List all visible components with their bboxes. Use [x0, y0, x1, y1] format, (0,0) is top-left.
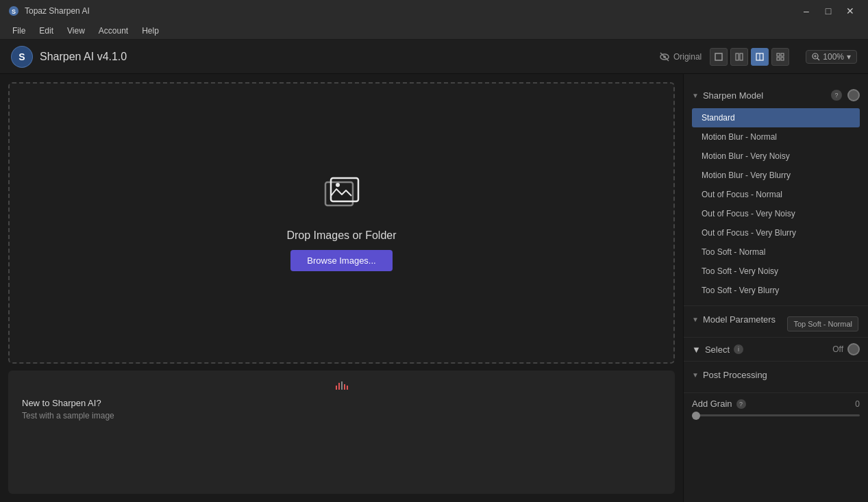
svg-rect-12 [777, 53, 780, 56]
maximize-button[interactable]: □ [819, 1, 838, 21]
svg-point-22 [336, 183, 340, 187]
model-item-out-of-focus-very-noisy[interactable]: Out of Focus - Very Noisy [692, 204, 860, 223]
canvas-area: Drop Images or Folder Browse Images... N… [0, 74, 683, 502]
drop-icon [320, 175, 364, 221]
select-toggle[interactable] [847, 343, 860, 355]
model-item-motion-blur-very-noisy[interactable]: Motion Blur - Very Noisy [692, 147, 860, 166]
select-section: ▼ Select i Off [684, 337, 868, 361]
menu-view[interactable]: View [60, 22, 92, 39]
model-item-motion-blur-very-blurry[interactable]: Motion Blur - Very Blurry [692, 166, 860, 185]
view-grid-button[interactable] [771, 48, 789, 66]
select-chevron: ▼ [692, 344, 701, 355]
post-processing-section: ▼ Post Processing [684, 361, 868, 392]
model-item-motion-blur-normal[interactable]: Motion Blur - Normal [692, 127, 860, 147]
svg-rect-9 [740, 53, 743, 60]
select-title: Select [705, 344, 730, 355]
model-item-standard[interactable]: Standard [692, 108, 860, 127]
svg-line-17 [817, 58, 819, 60]
svg-rect-8 [736, 53, 739, 60]
select-info-icon[interactable]: i [734, 344, 743, 354]
model-params-chevron: ▼ [692, 316, 699, 323]
zoom-icon [812, 53, 820, 61]
top-soft-normal-label: Top Soft - Normal [787, 316, 858, 331]
add-grain-info-icon[interactable]: ? [736, 399, 746, 409]
post-processing-title: Post Processing [703, 370, 767, 380]
view-toggle-group: Original [654, 48, 789, 66]
audio-icon [331, 379, 353, 395]
eye-icon [660, 52, 669, 62]
sharpen-model-header[interactable]: ▼ Sharpen Model ? [692, 86, 860, 104]
model-item-too-soft-very-noisy[interactable]: Too Soft - Very Noisy [692, 262, 860, 281]
menu-edit[interactable]: Edit [32, 22, 60, 39]
zoom-control[interactable]: 100% ▾ [806, 50, 857, 64]
original-button[interactable]: Original [654, 49, 707, 64]
add-grain-value: 0 [855, 399, 860, 409]
menu-account[interactable]: Account [92, 22, 135, 39]
app-icon: S [8, 5, 19, 16]
app-name-title: Topaz Sharpen AI [25, 6, 90, 16]
bottom-panel-subtitle: Test with a sample image [22, 411, 114, 421]
select-off-label: Off [832, 344, 843, 354]
post-processing-header[interactable]: ▼ Post Processing [692, 367, 860, 383]
sharpen-model-toggle[interactable] [847, 89, 860, 101]
menu-help[interactable]: Help [135, 22, 166, 39]
post-processing-chevron: ▼ [692, 371, 699, 379]
svg-text:S: S [18, 51, 25, 62]
grain-slider-container [692, 414, 860, 416]
app-header: S Sharpen AI v4.1.0 Original [0, 40, 868, 74]
model-parameters-title: Model Parameters [703, 314, 776, 325]
grain-slider-thumb[interactable] [692, 412, 700, 420]
bottom-panel-title: New to Sharpen AI? [22, 398, 114, 408]
app-title: Sharpen AI v4.1.0 [40, 51, 127, 63]
sharpen-model-chevron: ▼ [692, 92, 699, 99]
browse-images-button[interactable]: Browse Images... [290, 250, 392, 271]
title-bar: S Topaz Sharpen AI – □ ✕ [0, 0, 868, 22]
svg-text:S: S [12, 8, 16, 15]
close-button[interactable]: ✕ [841, 1, 860, 21]
menu-file[interactable]: File [5, 22, 32, 39]
sharpen-model-info[interactable]: ? [831, 90, 842, 101]
svg-rect-14 [777, 58, 780, 60]
right-sidebar: ▼ Sharpen Model ? Standard Motion Blur -… [683, 74, 868, 502]
svg-rect-15 [781, 58, 784, 60]
zoom-dropdown-icon: ▾ [847, 52, 851, 62]
minimize-button[interactable]: – [797, 1, 816, 21]
model-item-out-of-focus-normal[interactable]: Out of Focus - Normal [692, 185, 860, 204]
view-split-button[interactable] [730, 48, 748, 66]
drop-text: Drop Images or Folder [286, 229, 396, 242]
sharpen-model-title: Sharpen Model [703, 90, 763, 101]
view-single-button[interactable] [710, 48, 728, 66]
svg-rect-13 [781, 53, 784, 56]
bottom-panel: New to Sharpen AI? Test with a sample im… [8, 371, 675, 494]
drop-zone[interactable]: Drop Images or Folder Browse Images... [8, 82, 675, 364]
model-item-out-of-focus-very-blurry[interactable]: Out of Focus - Very Blurry [692, 223, 860, 242]
logo-icon: S [11, 46, 33, 68]
model-item-too-soft-normal[interactable]: Too Soft - Normal [692, 242, 860, 262]
add-grain-section: Add Grain ? 0 [684, 392, 868, 422]
view-compare-button[interactable] [751, 48, 769, 66]
zoom-value: 100% [823, 52, 844, 62]
model-item-too-soft-very-blurry[interactable]: Too Soft - Very Blurry [692, 281, 860, 300]
svg-rect-7 [715, 53, 722, 60]
model-list: Standard Motion Blur - Normal Motion Blu… [692, 108, 860, 300]
add-grain-title: Add Grain [692, 399, 732, 409]
menu-bar: File Edit View Account Help [0, 22, 868, 40]
sharpen-model-section: ▼ Sharpen Model ? Standard Motion Blur -… [684, 81, 868, 305]
